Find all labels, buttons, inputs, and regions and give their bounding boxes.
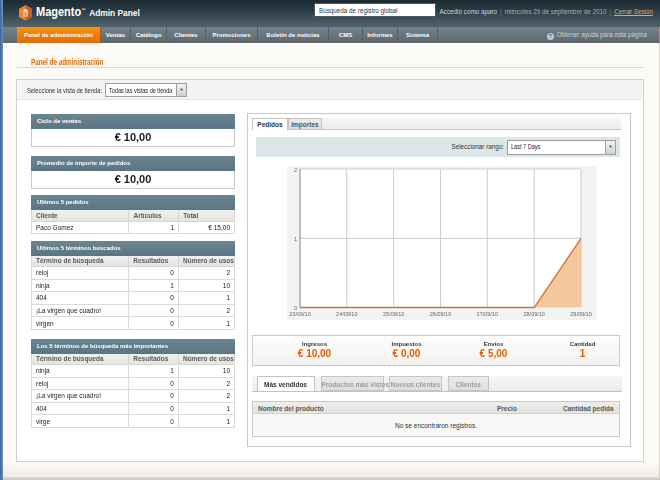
svg-text:28/09/10: 28/09/10 [523, 311, 544, 317]
svg-text:1: 1 [294, 236, 297, 242]
svg-text:27/09/10: 27/09/10 [477, 311, 498, 317]
svg-text:2: 2 [294, 167, 297, 173]
svg-text:24/09/10: 24/09/10 [336, 311, 357, 317]
svg-text:25/09/10: 25/09/10 [383, 311, 404, 317]
svg-text:26/09/10: 26/09/10 [430, 311, 451, 317]
svg-text:23/09/10: 23/09/10 [289, 311, 310, 317]
svg-text:29/09/10: 29/09/10 [570, 311, 591, 317]
